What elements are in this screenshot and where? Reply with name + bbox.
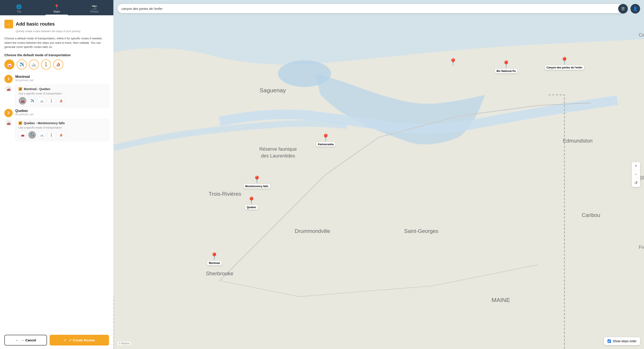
back-arrow-icon: ←: [7, 22, 11, 27]
mode-plane-default[interactable]: ✈️: [16, 60, 27, 70]
cancel-label: ← Cancel: [21, 338, 36, 342]
pin-montmorency[interactable]: 📍 Montmorency falls: [244, 175, 270, 188]
bottom-bar: ← ← Cancel ✓ ✓ Create Routes: [0, 331, 114, 349]
mode-walk-default[interactable]: 🚶: [41, 60, 51, 70]
reset-bearing-button[interactable]: ↺: [632, 179, 640, 187]
show-steps-label: Show steps order: [613, 339, 636, 343]
back-button[interactable]: ←: [4, 20, 13, 29]
pin-canyon-label: Canyon des portes de l'enfer: [545, 65, 584, 70]
menu-icon: ☰: [621, 6, 625, 11]
mapbox-credit: © Mapbox: [118, 341, 131, 345]
pin-bic-label: Bic National Pa: [495, 69, 517, 73]
route-1-info: Montreal - Quebec Use a specific mode of…: [15, 85, 109, 107]
route-2-mode-walk[interactable]: 🚶: [48, 131, 55, 139]
route-1-checkbox[interactable]: [18, 87, 22, 91]
route-2: 🚗 Quebec - Montmorency falls Use a speci…: [4, 119, 109, 141]
nav-photos-label: Photos: [90, 10, 98, 13]
pin-quebec-label: Quebec: [245, 205, 258, 209]
mode-boat-default[interactable]: ⛵: [53, 60, 63, 70]
map-search-input[interactable]: [122, 7, 616, 11]
route-1-mode-plane[interactable]: ✈️: [28, 97, 36, 105]
route-2-mode-car[interactable]: 🚗: [18, 131, 26, 139]
route-2-mode-boat[interactable]: ⛵: [57, 131, 65, 139]
pin-kamouraska-dot: 📍: [321, 133, 330, 142]
step-1-sub: No pictures, yet: [15, 79, 109, 82]
create-check-icon: ✓: [64, 338, 66, 342]
route-1-mode-label: Use a specific mode of transportation: [18, 92, 106, 95]
mode-car-default[interactable]: 🚗: [4, 60, 14, 70]
pin-bic-dot: 📍: [502, 60, 510, 69]
step-1-number: 1: [4, 75, 13, 83]
pin-montmorency-dot: 📍: [252, 175, 261, 184]
panel-subtitle: Quickly create routes between the steps …: [16, 30, 109, 33]
step-2-info: Quebec No pictures, yet: [15, 109, 109, 116]
route-2-name: Quebec - Montmorency falls: [24, 121, 65, 125]
create-label: ✓ Create Routes: [69, 338, 95, 342]
walk-icon: 🚶: [44, 62, 48, 67]
step-2-sub: No pictures, yet: [15, 113, 109, 116]
pin-canyon[interactable]: 📍 Canyon des portes de l'enfer: [545, 57, 584, 70]
user-button[interactable]: 👤: [630, 4, 640, 14]
map-area: Saguenay Trois-Rivières Drummondville Sa…: [114, 0, 644, 349]
svg-text:des Laurentides: des Laurentides: [261, 153, 295, 159]
show-steps-checkbox[interactable]: [608, 339, 611, 343]
pin-montreal-label: Montreal: [207, 261, 222, 265]
zoom-in-button[interactable]: +: [632, 162, 640, 170]
svg-text:Edmundston: Edmundston: [563, 138, 592, 144]
connector-1-icon: 🚗: [5, 86, 12, 92]
top-nav: 🌐 Trip 📍 Steps 📷 Photos: [0, 0, 114, 15]
connector-1-col: 🚗: [4, 85, 13, 93]
transport-section-title: Choose the default mode of transportatio…: [4, 53, 109, 57]
map-controls: + − ↺: [632, 162, 640, 187]
trip-icon: 🌐: [16, 4, 22, 10]
create-routes-button[interactable]: ✓ ✓ Create Routes: [50, 335, 109, 345]
nav-photos[interactable]: 📷 Photos: [76, 0, 114, 15]
left-panel: 🌐 Trip 📍 Steps 📷 Photos ← Add basic rout…: [0, 0, 114, 349]
route-1-checkbox-row: Montreal - Quebec: [18, 87, 106, 91]
pin-quebec-dot: 📍: [247, 196, 256, 205]
nav-steps-label: Steps: [53, 10, 60, 13]
svg-text:Caribou: Caribou: [582, 212, 600, 218]
route-1-name: Montreal - Quebec: [24, 87, 50, 91]
menu-button[interactable]: ☰: [618, 4, 628, 14]
panel-header: ← Add basic routes: [4, 20, 109, 29]
svg-text:Frederic...: Frederic...: [639, 244, 644, 250]
route-2-mode-label: Use a specific mode of transportation: [18, 126, 106, 129]
pin-montreal[interactable]: 📍 Montreal: [207, 252, 222, 265]
pin-bic[interactable]: 📍 Bic National Pa: [495, 60, 517, 73]
boat-icon: ⛵: [56, 62, 61, 67]
mode-bike-default[interactable]: 🚲: [29, 60, 39, 70]
step-2-name: Quebec: [15, 109, 109, 113]
route-2-info: Quebec - Montmorency falls Use a specifi…: [15, 119, 109, 141]
svg-text:Saint-Georges: Saint-Georges: [404, 228, 438, 234]
route-1-mode-boat[interactable]: ⛵: [57, 97, 65, 105]
route-2-mode-plane[interactable]: ✈️: [28, 131, 36, 139]
svg-point-1: [278, 60, 331, 87]
photos-icon: 📷: [92, 4, 97, 10]
panel-content: ← Add basic routes Quickly create routes…: [0, 15, 114, 331]
map-search-bar: 🔍: [118, 4, 626, 13]
pin-kamouraska-label: Kamouraska: [316, 142, 335, 147]
route-1-mode-bike[interactable]: 🚲: [38, 97, 46, 105]
nav-steps[interactable]: 📍 Steps: [38, 0, 76, 15]
pin-montmorency-label: Montmorency falls: [244, 184, 270, 188]
user-icon: 👤: [633, 6, 638, 11]
svg-text:Campbell...: Campbell...: [639, 32, 644, 38]
panel-title: Add basic routes: [16, 21, 54, 27]
route-2-modes: 🚗 ✈️ 🚲 🚶 ⛵: [18, 131, 106, 139]
svg-text:MAINE: MAINE: [492, 297, 510, 303]
zoom-out-button[interactable]: −: [632, 170, 640, 179]
cancel-button[interactable]: ← ← Cancel: [4, 335, 47, 345]
route-2-checkbox[interactable]: [18, 121, 22, 125]
route-1: 🚗 Montreal - Quebec Use a specific mode …: [4, 85, 109, 107]
route-1-mode-car[interactable]: 🚗: [18, 97, 26, 105]
pin-quebec[interactable]: 📍 Quebec: [245, 196, 258, 209]
nav-trip[interactable]: 🌐 Trip: [0, 0, 38, 15]
pin-kamouraska[interactable]: 📍 Kamouraska: [316, 133, 335, 147]
pin-rimouski[interactable]: 📍: [449, 58, 458, 66]
default-transport-modes: 🚗 ✈️ 🚲 🚶 ⛵: [4, 60, 109, 70]
svg-text:Saguenay: Saguenay: [260, 87, 286, 94]
route-2-mode-bike[interactable]: 🚲: [38, 131, 46, 139]
step-1-name: Montreal: [15, 75, 109, 79]
route-1-mode-walk[interactable]: 🚶: [48, 97, 55, 105]
